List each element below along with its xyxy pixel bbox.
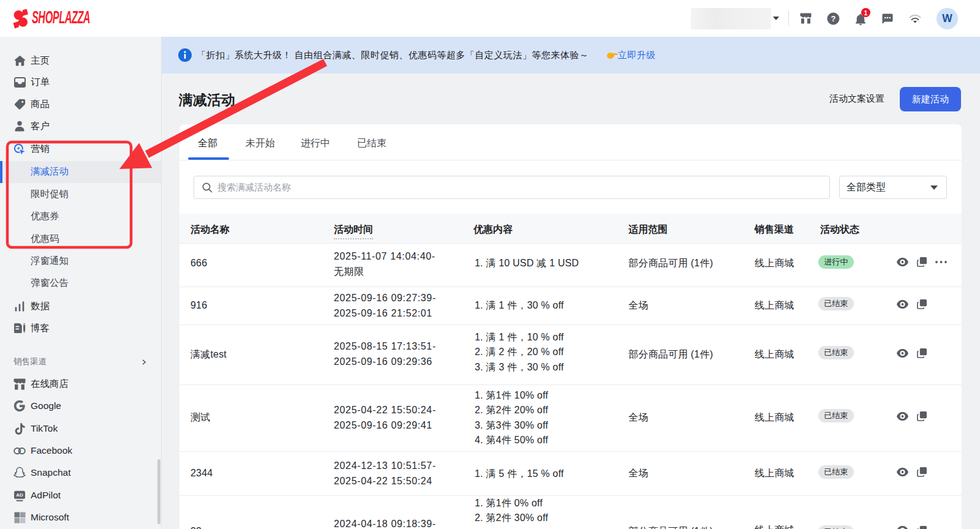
svg-text:?: ? — [831, 14, 836, 23]
svg-text:AD: AD — [16, 492, 23, 498]
